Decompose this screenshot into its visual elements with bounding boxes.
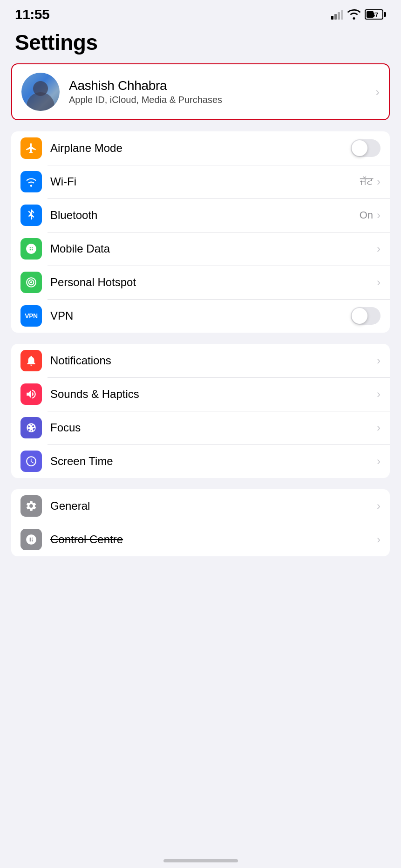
control-centre-label: Control Centre — [50, 533, 377, 546]
notifications-icon — [25, 355, 37, 367]
notifications-row[interactable]: Notifications › — [11, 344, 390, 377]
sounds-chevron-icon: › — [377, 388, 381, 401]
mobile-data-chevron-icon: › — [377, 242, 381, 255]
avatar — [21, 73, 60, 111]
hotspot-chevron-icon: › — [377, 276, 381, 289]
control-centre-chevron-icon: › — [377, 533, 381, 546]
svg-rect-2 — [338, 12, 340, 20]
focus-chevron-icon: › — [377, 421, 381, 434]
wifi-label: Wi-Fi — [50, 175, 360, 188]
airplane-mode-label: Airplane Mode — [50, 142, 351, 155]
control-centre-row[interactable]: Control Centre › — [11, 523, 390, 556]
mobile-data-row[interactable]: Mobile Data › — [11, 232, 390, 266]
airplane-icon-wrap — [20, 137, 42, 159]
sounds-row[interactable]: Sounds & Haptics › — [11, 377, 390, 411]
status-bar: 11:55 47 — [0, 0, 401, 25]
control-centre-icon — [25, 533, 37, 546]
vpn-label: VPN — [50, 309, 351, 322]
wifi-status-icon — [347, 9, 361, 20]
general-icon — [25, 500, 37, 512]
general-row[interactable]: General › — [11, 489, 390, 523]
wifi-row[interactable]: Wi-Fi ਜੱਟ › — [11, 165, 390, 198]
bluetooth-label: Bluetooth — [50, 209, 360, 222]
airplane-mode-toggle[interactable] — [351, 139, 381, 157]
hotspot-label: Personal Hotspot — [50, 276, 377, 289]
profile-subtitle: Apple ID, iCloud, Media & Purchases — [69, 95, 366, 105]
screen-time-row[interactable]: Screen Time › — [11, 444, 390, 478]
focus-row[interactable]: Focus › — [11, 411, 390, 444]
mobile-data-icon-wrap — [20, 238, 42, 260]
focus-icon-wrap — [20, 417, 42, 438]
airplane-mode-row[interactable]: Airplane Mode — [11, 131, 390, 165]
home-indicator — [163, 859, 238, 862]
profile-chevron-icon: › — [375, 85, 380, 99]
wifi-icon-wrap — [20, 171, 42, 192]
screen-time-label: Screen Time — [50, 455, 377, 468]
bluetooth-icon-wrap — [20, 205, 42, 226]
sounds-icon — [25, 388, 37, 400]
profile-info: Aashish Chhabra Apple ID, iCloud, Media … — [69, 78, 366, 105]
vpn-icon-text: VPN — [25, 312, 37, 320]
hotspot-icon-wrap — [20, 272, 42, 293]
sounds-label: Sounds & Haptics — [50, 388, 377, 401]
svg-rect-3 — [341, 10, 343, 20]
mobile-data-icon — [25, 243, 37, 255]
bluetooth-chevron-icon: › — [377, 209, 381, 222]
profile-name: Aashish Chhabra — [69, 78, 366, 93]
vpn-toggle[interactable] — [351, 307, 381, 325]
sounds-icon-wrap — [20, 383, 42, 405]
focus-label: Focus — [50, 421, 377, 434]
screen-time-chevron-icon: › — [377, 455, 381, 468]
control-centre-icon-wrap — [20, 529, 42, 550]
vpn-row[interactable]: VPN VPN — [11, 299, 390, 333]
signal-icon — [331, 9, 343, 20]
status-time: 11:55 — [15, 7, 49, 22]
wifi-icon — [25, 176, 37, 188]
hotspot-icon — [25, 276, 37, 288]
wifi-value: ਜੱਟ — [360, 176, 373, 188]
screen-time-icon — [25, 455, 37, 467]
general-label: General — [50, 499, 377, 513]
hotspot-row[interactable]: Personal Hotspot › — [11, 266, 390, 299]
airplane-icon — [25, 142, 37, 154]
focus-icon — [25, 422, 37, 434]
profile-card[interactable]: Aashish Chhabra Apple ID, iCloud, Media … — [11, 63, 390, 120]
svg-rect-0 — [331, 16, 333, 20]
wifi-chevron-icon: › — [377, 175, 381, 188]
bluetooth-value: On — [360, 209, 373, 221]
mobile-data-label: Mobile Data — [50, 242, 377, 255]
notifications-label: Notifications — [50, 354, 377, 367]
vpn-icon-wrap: VPN — [20, 305, 42, 327]
general-icon-wrap — [20, 495, 42, 517]
notifications-icon-wrap — [20, 350, 42, 371]
system-section: Notifications › Sounds & Haptics › Focus… — [11, 344, 390, 478]
bluetooth-row[interactable]: Bluetooth On › — [11, 198, 390, 232]
status-icons: 47 — [331, 9, 386, 20]
page-title: Settings — [0, 25, 401, 63]
general-chevron-icon: › — [377, 499, 381, 513]
battery-icon: 47 — [365, 9, 386, 20]
connectivity-section: Airplane Mode Wi-Fi ਜੱਟ › Bluetooth On › — [11, 131, 390, 333]
notifications-chevron-icon: › — [377, 354, 381, 367]
bluetooth-icon — [26, 209, 36, 221]
screen-time-icon-wrap — [20, 451, 42, 472]
svg-rect-1 — [334, 14, 337, 20]
general-section: General › Control Centre › — [11, 489, 390, 556]
